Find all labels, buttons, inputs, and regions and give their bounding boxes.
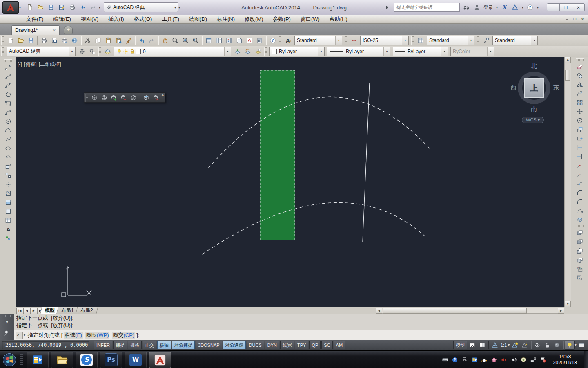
zoom-realtime-button[interactable] <box>170 35 180 45</box>
new-button[interactable] <box>5 35 16 45</box>
toggle-quick-properties[interactable]: QP <box>309 341 321 349</box>
toolbar-grip[interactable] <box>576 58 584 61</box>
search-input[interactable] <box>394 3 460 12</box>
toolbar-grip[interactable] <box>576 225 584 227</box>
taskbar-photoshop[interactable]: Ps <box>100 352 122 368</box>
toggle-dyn[interactable]: DYN <box>265 341 279 349</box>
show-hidden-icons[interactable] <box>461 356 468 363</box>
app-menu-dropdown-icon[interactable]: ▾ <box>19 6 21 9</box>
extend-button[interactable] <box>575 152 585 161</box>
color-dropdown[interactable]: ByLayer▾ <box>270 47 325 56</box>
workspace-dropdown-arrow[interactable]: ▾ <box>174 6 176 9</box>
signin-link[interactable]: 登录 <box>483 4 493 11</box>
toggle-grid[interactable]: 栅格 <box>128 341 142 349</box>
workspace-dropdown[interactable]: AutoCAD 经典 ▾ <box>104 2 178 12</box>
insert-block-button[interactable] <box>3 162 13 171</box>
toolbar-grip[interactable] <box>4 59 12 62</box>
menu-insert[interactable]: 插入(I) <box>103 15 129 24</box>
menu-format[interactable]: 格式(O) <box>129 15 157 24</box>
taskbar-word[interactable]: W <box>125 352 147 368</box>
command-panel-grip[interactable] <box>3 315 11 317</box>
a360-dropdown-icon[interactable]: ▾ <box>522 6 523 9</box>
new-tab-button[interactable]: + <box>64 26 73 34</box>
sheet-set-manager-button[interactable] <box>234 35 244 45</box>
scroll-down-button[interactable]: ▼ <box>565 301 571 307</box>
break-at-point-button[interactable] <box>575 161 585 170</box>
mirror-button[interactable] <box>575 80 585 89</box>
autodesk360-icon[interactable] <box>511 3 519 11</box>
toolbar-grip[interactable] <box>411 36 414 45</box>
toolbar-grip[interactable] <box>345 36 347 45</box>
join-button[interactable] <box>575 179 585 188</box>
paste-special-button[interactable] <box>113 35 123 45</box>
model-space-button[interactable]: 模型 <box>453 341 467 349</box>
coordinates-display[interactable]: 2612.0056, 740.0089 , 0.0000 <box>2 341 89 349</box>
layer-states-button[interactable] <box>253 46 263 56</box>
text-style-icon[interactable]: A <box>283 35 293 45</box>
drawing-canvas[interactable]: [-] [俯视] [二维线框] ✕ 上 北 南 西 东 WCS ▾ <box>16 57 565 307</box>
float-corner-view-tool[interactable] <box>141 93 151 102</box>
float-sphere-add-tool[interactable] <box>109 93 119 102</box>
viewcube-top-face[interactable]: 上 <box>524 78 544 98</box>
qq-tray-icon[interactable] <box>481 356 488 363</box>
taskbar-autocad-active[interactable] <box>149 352 171 368</box>
vertical-scroll-thumb[interactable] <box>565 70 570 81</box>
annotation-autoscale-icon[interactable] <box>520 341 530 350</box>
make-object-layer-current-button[interactable] <box>232 46 243 56</box>
qat-save-button[interactable] <box>46 2 56 12</box>
rotate-button[interactable] <box>575 116 585 125</box>
flower-tray-icon[interactable] <box>491 356 498 363</box>
file-tab-drawing1[interactable]: Drawing1* ✕ <box>11 25 60 35</box>
rectangle-button[interactable] <box>3 99 13 108</box>
pan-button[interactable] <box>160 35 170 45</box>
toolbar-lock-icon[interactable] <box>542 341 552 350</box>
qat-open-button[interactable] <box>36 2 45 12</box>
muted-speaker-icon[interactable] <box>501 356 508 363</box>
safety-tray-icon[interactable] <box>520 356 527 363</box>
menu-help[interactable]: 帮助(H) <box>325 15 352 24</box>
recent-commands-icon[interactable]: >_ <box>16 332 23 339</box>
construction-line-button[interactable] <box>3 72 13 81</box>
viewport-menu-control[interactable]: [-] <box>18 61 22 67</box>
table-button[interactable] <box>3 216 13 225</box>
toggle-lineweight[interactable]: 线宽 <box>280 341 294 349</box>
exchange-apps-icon[interactable]: X <box>500 3 508 11</box>
file-tab-close-icon[interactable]: ✕ <box>53 28 56 33</box>
menu-draw[interactable]: 绘图(D) <box>184 15 212 24</box>
menu-modify[interactable]: 修改(M) <box>240 15 268 24</box>
move-button[interactable] <box>575 107 585 116</box>
menu-tools[interactable]: 工具(T) <box>157 15 184 24</box>
trim-button[interactable] <box>575 143 585 152</box>
bring-above-objects-button[interactable] <box>575 247 585 256</box>
toggle-polar[interactable]: 极轴 <box>157 341 171 349</box>
stretch-button[interactable] <box>575 134 585 143</box>
tool-palettes-button[interactable] <box>224 35 234 45</box>
scroll-up-button[interactable]: ▲ <box>565 57 571 63</box>
command-input-line[interactable]: >_ ▾ 指定对角点或 [ 栏选(F)圈围(WP)圈交(CP) ]: <box>14 330 588 340</box>
multileader-style-icon[interactable] <box>481 35 491 45</box>
markup-set-manager-button[interactable] <box>244 35 254 45</box>
annotation-scale-icon[interactable] <box>490 341 500 350</box>
layer-previous-button[interactable] <box>243 46 253 56</box>
toolbar-grip[interactable] <box>264 47 267 56</box>
undo-dropdown-icon[interactable]: ▾ <box>99 6 100 9</box>
paste-button[interactable] <box>103 35 113 45</box>
region-button[interactable] <box>3 207 13 216</box>
qat-redo-button[interactable] <box>89 2 98 12</box>
viewcube-west[interactable]: 西 <box>510 84 517 92</box>
minimize-button[interactable]: — <box>547 3 559 11</box>
break-button[interactable] <box>575 170 585 179</box>
tab-layout2[interactable]: 布局2 <box>76 307 98 314</box>
float-cube-tool[interactable] <box>89 93 99 102</box>
toggle-selection-cycling[interactable]: SC <box>321 341 332 349</box>
table-style-dropdown[interactable]: Standard▾ <box>427 36 474 45</box>
doc-minimize-button[interactable]: – <box>564 16 570 22</box>
my-workspace-icon[interactable] <box>87 46 97 56</box>
match-properties-button[interactable] <box>123 35 134 45</box>
scroll-left-button[interactable]: ◀ <box>376 308 382 314</box>
undo-button[interactable] <box>136 35 147 45</box>
viewcube-north[interactable]: 北 <box>531 62 537 70</box>
workspace-switch-dropdown[interactable]: AutoCAD 经典▾ <box>7 47 76 56</box>
view-control[interactable]: [俯视] <box>24 61 37 67</box>
send-under-objects-button[interactable] <box>575 256 585 265</box>
